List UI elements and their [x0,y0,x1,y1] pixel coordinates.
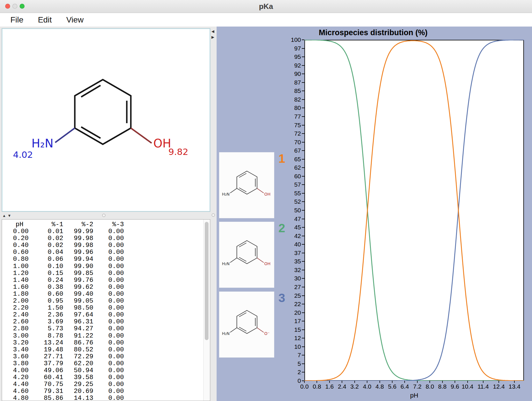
y-tick-label: 5 [217,361,301,367]
table-cell: 8.78 [29,332,63,339]
y-tick-mark [302,125,304,125]
table-cell: 0.00 [93,346,124,353]
y-tick-label: 20 [217,310,301,316]
table-cell: 79.31 [29,387,63,394]
x-tick-mark [380,381,380,383]
y-tick-mark [302,244,304,245]
collapse-up-icon[interactable]: ▲ [2,214,6,218]
table-cell: 1.40 [2,276,29,283]
divider-handle[interactable] [212,213,215,217]
y-tick-mark [302,278,304,279]
x-tick-label: 5.6 [388,383,396,390]
x-tick-mark [498,381,499,383]
x-tick-mark [367,381,367,383]
y-tick-label: 37 [217,250,301,256]
y-tick-label: 72 [217,130,301,137]
divider-handle[interactable] [102,214,105,217]
table-scrollbar[interactable] [203,220,210,401]
table-cell: 99.99 [63,228,93,235]
menu-view[interactable]: View [62,15,88,25]
titlebar: pKa [0,0,532,13]
y-tick-label: 67 [217,147,301,154]
table-cell: 37.79 [29,360,63,367]
table-cell: 4.80 [2,394,29,401]
y-tick-mark [302,65,304,66]
table-cell: 0.00 [2,228,29,235]
microspecies-table: pH%-1%-2%-30.000.0199.990.000.200.0299.9… [2,221,124,401]
molecule-canvas: H₂N OH 4.02 9.82 [2,29,210,211]
x-tick-mark [329,381,330,383]
y-tick-mark [302,57,304,57]
x-tick-mark [317,381,317,383]
x-tick-label: 1.6 [325,383,334,390]
benzene-ring [75,80,131,144]
table-cell: 0.00 [93,332,124,339]
table-cell: 99.05 [63,297,93,304]
y-tick-label: 50 [217,207,301,213]
collapse-left-icon[interactable]: ◀ [211,29,214,33]
table-cell: 99.76 [63,276,93,283]
x-tick-label: 7.2 [413,383,421,390]
y-tick-mark [302,193,304,194]
table-cell: 97.64 [63,311,93,318]
y-tick-mark [302,108,304,108]
collapse-down-icon[interactable]: ▼ [8,214,11,218]
x-tick-label: 10.4 [462,383,473,390]
y-tick-label: 10 [217,344,301,350]
y-tick-mark [302,372,304,372]
x-tick-mark [483,381,483,383]
y-tick-label: 35 [217,258,301,265]
y-tick-mark [302,184,304,185]
table-cell: 91.22 [63,332,93,339]
x-tick-mark [304,381,305,383]
table-cell: 0.38 [29,283,63,290]
table-cell: 60.41 [29,374,63,381]
table-cell: 0.00 [93,360,124,367]
table-cell: 0.10 [29,263,63,269]
table-header-cell: %-1 [29,221,63,228]
y-tick-label: 85 [217,88,301,94]
table-header-cell: pH [2,221,29,228]
table-cell: 0.00 [93,241,124,248]
y-tick-label: 27 [217,284,301,290]
table-cell: 72.29 [63,353,93,360]
table-cell: 99.90 [63,263,93,269]
x-tick-mark [442,381,443,383]
x-tick-mark [342,381,342,383]
y-tick-mark [302,270,304,270]
scrollbar-thumb[interactable] [205,222,209,340]
table-cell: 2.80 [2,325,29,332]
right-panel: Microspecies distribution (%) pH H₂NOH1H… [217,27,532,401]
table-cell: 0.00 [93,297,124,304]
table-cell: 0.00 [93,276,124,283]
table-cell: 0.00 [93,304,124,311]
table-cell: 98.50 [63,304,93,311]
menu-file[interactable]: File [6,15,27,25]
table-cell: 1.50 [29,304,63,311]
x-tick-label: 12.4 [493,383,505,390]
y-tick-label: 92 [217,62,301,69]
amine-pka-label: 4.02 [13,149,33,160]
menu-edit[interactable]: Edit [34,15,56,25]
collapse-right-icon[interactable]: ▶ [211,35,214,39]
x-tick-label: 6.4 [401,383,409,390]
y-tick-mark [302,48,304,49]
x-tick-label: 11.4 [477,383,489,390]
split-divider-vertical[interactable]: ◀ ▶ [210,27,217,401]
split-divider-horizontal[interactable]: ▲ ▼ [0,212,210,219]
x-tick-label: 9.6 [451,383,459,390]
table-cell: 0.00 [93,339,124,346]
table-cell: 99.40 [63,290,93,297]
y-tick-label: 97 [217,45,301,52]
y-tick-label: 45 [217,224,301,231]
table-cell: 0.00 [93,263,124,269]
table-cell: 0.20 [2,235,29,241]
table-cell: 99.85 [63,269,93,276]
y-tick-mark [302,167,304,168]
y-tick-label: 80 [217,105,301,111]
table-cell: 0.24 [29,276,63,283]
table-cell: 19.48 [29,346,63,353]
table-cell: 49.06 [29,367,63,374]
table-cell: 4.40 [2,381,29,387]
table-cell: 99.62 [63,283,93,290]
